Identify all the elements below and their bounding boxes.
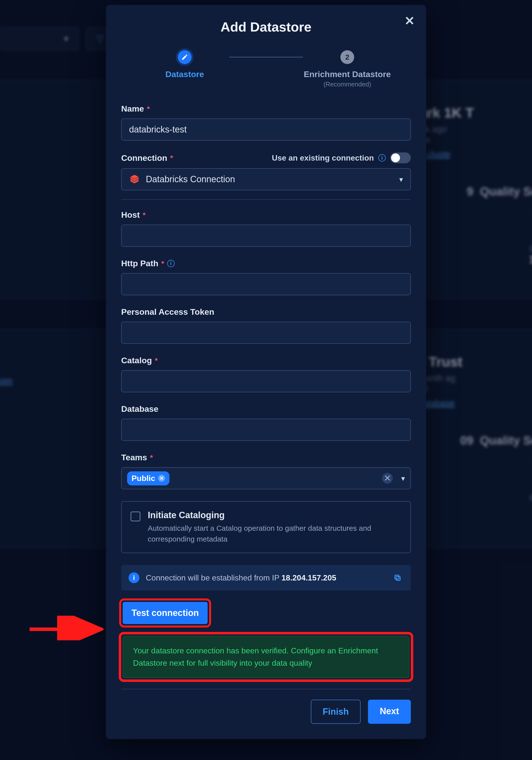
svg-rect-0 [396, 577, 400, 581]
step-hint: (Recommended) [323, 80, 371, 88]
chip-remove-icon[interactable]: ✕ [158, 475, 165, 482]
modal-footer: Finish Next [121, 700, 411, 724]
divider [121, 199, 411, 200]
chevron-down-icon: ▾ [399, 175, 403, 184]
existing-connection-toggle[interactable] [390, 153, 411, 163]
name-label: Name [121, 104, 144, 114]
initiate-cataloging-card[interactable]: Initiate Cataloging Automatically start … [121, 501, 411, 553]
svg-rect-1 [395, 575, 399, 579]
cataloging-desc: Automatically start a Catalog operation … [148, 523, 402, 544]
modal-overlay: ✕ Add Datastore Datastore 2 Enrichment D… [0, 0, 532, 760]
step-enrichment[interactable]: 2 Enrichment Datastore (Recommended) [303, 50, 392, 88]
field-name: Name * databricks-test [121, 104, 411, 141]
copy-icon[interactable] [392, 572, 404, 584]
teams-label: Teams [121, 452, 147, 462]
field-initiate-cataloging: Initiate Cataloging Automatically start … [121, 501, 411, 553]
field-pat: Personal Access Token [121, 307, 411, 344]
required-icon: * [147, 105, 150, 113]
name-value: databricks-test [129, 124, 187, 135]
annotation-arrow-icon [29, 616, 103, 640]
clear-all-icon[interactable]: ✕ [382, 473, 393, 484]
field-teams: Teams * Public ✕ ✕ ▾ [121, 452, 411, 489]
field-catalog: Catalog * [121, 356, 411, 392]
catalog-input[interactable] [121, 370, 411, 392]
field-database: Database [121, 404, 411, 441]
chevron-down-icon: ▾ [401, 474, 405, 483]
connection-select[interactable]: Databricks Connection ▾ [121, 168, 411, 190]
name-input[interactable]: databricks-test [121, 119, 411, 141]
step-label: Datastore [166, 70, 204, 79]
host-input[interactable] [121, 225, 411, 247]
info-icon: i [128, 572, 139, 583]
step-number: 2 [340, 50, 354, 64]
field-host: Host * [121, 210, 411, 247]
divider [121, 689, 411, 689]
field-connection: Connection * Use an existing connection … [121, 153, 411, 190]
required-icon: * [143, 211, 146, 219]
test-connection-button[interactable]: Test connection [123, 602, 208, 624]
connection-value: Databricks Connection [146, 174, 235, 184]
test-connection-row: Test connection [121, 600, 411, 626]
chip-label: Public [131, 474, 155, 483]
teams-select[interactable]: Public ✕ ✕ ▾ [121, 467, 411, 489]
required-icon: * [150, 453, 153, 462]
info-icon[interactable]: i [167, 260, 174, 267]
pencil-icon [178, 50, 192, 64]
database-input[interactable] [121, 419, 411, 441]
connection-ip-info: i Connection will be established from IP… [121, 565, 411, 591]
connection-label: Connection [121, 153, 167, 163]
required-icon: * [161, 259, 164, 268]
http-path-input[interactable] [121, 273, 411, 295]
next-button[interactable]: Next [368, 700, 411, 724]
cataloging-title: Initiate Cataloging [148, 510, 402, 520]
host-label: Host [121, 210, 140, 220]
http-path-label: Http Path [121, 259, 158, 268]
step-label: Enrichment Datastore [304, 70, 391, 79]
checkbox[interactable] [130, 511, 140, 521]
success-banner: Your datastore connection has been verif… [123, 636, 409, 678]
close-icon[interactable]: ✕ [405, 15, 415, 27]
finish-button[interactable]: Finish [311, 700, 361, 724]
team-chip-public[interactable]: Public ✕ [127, 471, 169, 485]
databricks-icon [129, 174, 140, 185]
info-icon[interactable]: i [378, 154, 386, 162]
database-label: Database [121, 404, 158, 414]
step-datastore[interactable]: Datastore [140, 50, 229, 79]
catalog-label: Catalog [121, 356, 152, 365]
required-icon: * [170, 154, 173, 162]
info-message: Connection will be established from IP 1… [146, 573, 336, 583]
field-http-path: Http Path * i [121, 259, 411, 295]
pat-label: Personal Access Token [121, 307, 214, 317]
modal-title: Add Datastore [121, 19, 411, 34]
required-icon: * [155, 356, 158, 365]
existing-connection-label: Use an existing connection [272, 154, 374, 163]
pat-input[interactable] [121, 322, 411, 344]
stepper-line [229, 57, 303, 58]
add-datastore-modal: ✕ Add Datastore Datastore 2 Enrichment D… [106, 5, 426, 739]
stepper: Datastore 2 Enrichment Datastore (Recomm… [121, 50, 411, 88]
